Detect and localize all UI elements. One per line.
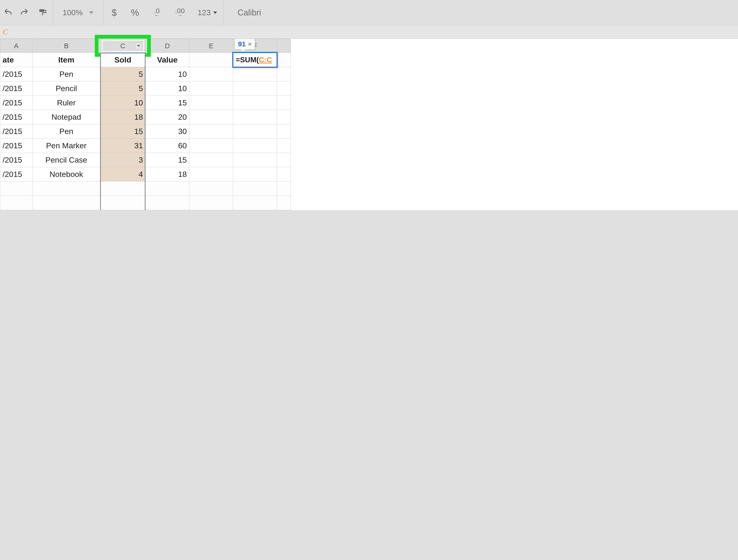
cell[interactable]: Value [145, 53, 190, 67]
cell[interactable]: Notebook [32, 167, 100, 182]
font-name-label: Calibri [238, 8, 261, 18]
cell[interactable] [233, 196, 277, 210]
cell[interactable]: /2015 [0, 124, 32, 138]
cell[interactable]: Pen [32, 124, 100, 138]
cell[interactable] [190, 138, 233, 153]
cell[interactable] [32, 196, 100, 210]
cell[interactable]: /2015 [0, 167, 32, 182]
cell[interactable]: 31 [100, 138, 145, 153]
cell[interactable] [190, 124, 233, 138]
cell[interactable]: /2015 [0, 67, 32, 81]
cell[interactable]: 3 [100, 153, 145, 167]
formula-editor[interactable]: =SUM(C:C [232, 52, 278, 68]
cell[interactable]: 5 [100, 81, 145, 96]
cell[interactable]: 15 [145, 153, 190, 167]
cell[interactable] [233, 96, 277, 110]
cell[interactable]: 20 [145, 110, 190, 124]
cell[interactable]: Notepad [32, 110, 100, 124]
cell[interactable]: Pen [32, 67, 100, 81]
cell[interactable]: 30 [145, 124, 190, 138]
cell[interactable] [277, 81, 291, 96]
cell[interactable] [277, 182, 291, 196]
cell[interactable] [190, 81, 233, 96]
cell[interactable]: Sold [100, 53, 145, 67]
increase-decimal-button[interactable]: .00→ [168, 0, 192, 25]
cell[interactable]: 60 [145, 138, 190, 153]
cell[interactable]: Item [32, 53, 100, 67]
number-format-dropdown[interactable]: 123 [192, 0, 224, 25]
cell[interactable] [277, 138, 291, 153]
cell[interactable] [190, 167, 233, 182]
cell[interactable] [100, 196, 145, 210]
cell[interactable]: 4 [100, 167, 145, 182]
cell[interactable] [277, 153, 291, 167]
cell[interactable]: /2015 [0, 96, 32, 110]
format-currency-button[interactable]: $ [104, 0, 124, 25]
name-box[interactable]: C [3, 28, 8, 36]
cell[interactable]: 18 [100, 110, 145, 124]
cell[interactable] [233, 81, 277, 96]
cell[interactable] [233, 138, 277, 153]
column-header-D[interactable]: D [145, 39, 190, 53]
cell[interactable] [190, 67, 233, 81]
cell[interactable] [277, 196, 291, 210]
cell[interactable] [0, 196, 32, 210]
undo-button[interactable] [0, 0, 16, 25]
cell[interactable] [0, 182, 32, 196]
format-percent-button[interactable]: % [124, 0, 145, 25]
cell[interactable]: /2015 [0, 138, 32, 153]
cell[interactable] [277, 167, 291, 182]
cell[interactable]: 10 [100, 96, 145, 110]
cell[interactable] [233, 110, 277, 124]
zoom-dropdown[interactable]: 100% [53, 0, 104, 25]
cell[interactable] [190, 182, 233, 196]
column-header-A[interactable]: A [0, 39, 32, 53]
cell[interactable]: Pencil Case [32, 153, 100, 167]
cell[interactable]: Ruler [32, 96, 100, 110]
cell[interactable] [277, 110, 291, 124]
cell[interactable]: ate [0, 53, 32, 67]
decrease-decimal-button[interactable]: .0← [145, 0, 168, 25]
cell[interactable]: 5 [100, 67, 145, 81]
font-family-dropdown[interactable]: Calibri [224, 0, 275, 25]
cell[interactable] [233, 167, 277, 182]
cell[interactable] [233, 124, 277, 138]
cell[interactable]: 10 [145, 67, 190, 81]
close-icon[interactable]: × [248, 41, 251, 48]
cell[interactable]: 15 [145, 96, 190, 110]
formula-cell[interactable]: 91 × =SUM(C:C [233, 53, 277, 67]
paint-format-button[interactable] [32, 0, 53, 25]
cell[interactable]: Pencil [32, 81, 100, 96]
cell[interactable] [277, 124, 291, 138]
cell[interactable] [277, 53, 291, 67]
cell[interactable]: /2015 [0, 110, 32, 124]
cell[interactable]: 18 [145, 167, 190, 182]
column-dropdown-icon[interactable] [135, 42, 142, 49]
column-header-B[interactable]: B [32, 39, 100, 53]
cell[interactable]: 15 [100, 124, 145, 138]
column-header-extra[interactable] [277, 39, 291, 53]
cell[interactable] [190, 110, 233, 124]
column-header-C[interactable]: C [100, 39, 145, 53]
cell[interactable]: /2015 [0, 153, 32, 167]
cell[interactable] [277, 96, 291, 110]
cell[interactable] [32, 182, 100, 196]
cell[interactable] [190, 153, 233, 167]
cell[interactable] [233, 67, 277, 81]
redo-button[interactable] [16, 0, 32, 25]
column-header-E[interactable]: E [190, 39, 233, 53]
redo-icon [17, 7, 31, 18]
cell[interactable]: 10 [145, 81, 190, 96]
spreadsheet-grid[interactable]: A B C D E F ate Item Sold Value [0, 39, 738, 210]
cell[interactable] [100, 182, 145, 196]
cell[interactable] [277, 67, 291, 81]
cell[interactable] [233, 182, 277, 196]
cell[interactable] [190, 196, 233, 210]
cell[interactable] [145, 196, 190, 210]
cell[interactable]: Pen Marker [32, 138, 100, 153]
cell[interactable] [233, 153, 277, 167]
cell[interactable] [145, 182, 190, 196]
cell[interactable]: /2015 [0, 81, 32, 96]
cell[interactable] [190, 53, 233, 67]
cell[interactable] [190, 96, 233, 110]
